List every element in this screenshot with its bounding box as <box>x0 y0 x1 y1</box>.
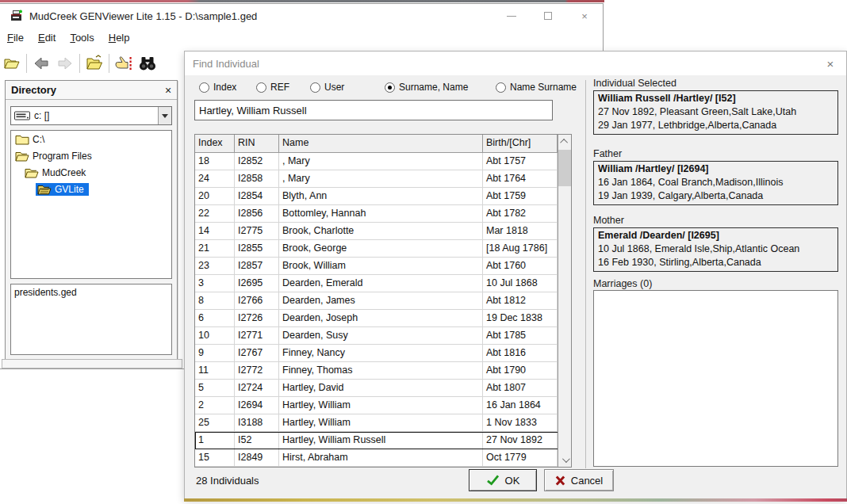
radio-surname-name[interactable]: Surname, Name <box>385 82 468 93</box>
table-cell: I2775 <box>235 223 279 240</box>
table-row[interactable]: 24I2858, MaryAbt 1764 <box>195 170 571 188</box>
results-table-body: 18I2852, MaryAbt 175724I2858, MaryAbt 17… <box>195 153 571 467</box>
search-input[interactable] <box>194 100 553 120</box>
directory-close-icon[interactable]: × <box>159 84 177 97</box>
menu-help[interactable]: Help <box>102 29 137 46</box>
scroll-down-icon[interactable] <box>558 453 571 467</box>
table-row[interactable]: 15I2849Hirst, AbrahamOct 1779 <box>195 449 571 467</box>
menu-file[interactable]: File <box>0 29 31 46</box>
menu-tools[interactable]: Tools <box>63 29 101 46</box>
table-cell: I2694 <box>235 397 279 414</box>
minimize-icon[interactable] <box>493 4 530 28</box>
radio-user[interactable]: User <box>310 82 344 93</box>
table-row[interactable]: 10I2771Dearden, SusyAbt 1785 <box>195 327 571 345</box>
table-row[interactable]: 25I3188Hartley, William1 Nov 1833 <box>195 414 571 432</box>
dialog-close-icon[interactable]: × <box>814 57 846 71</box>
menubar: File Edit Tools Help <box>0 28 136 47</box>
toolbar-separator <box>79 54 80 73</box>
open-folder-icon[interactable] <box>82 52 106 75</box>
menu-edit[interactable]: Edit <box>31 29 63 46</box>
close-icon[interactable]: × <box>566 4 603 28</box>
tree-item-mudcreek[interactable]: MudCreek <box>11 164 171 181</box>
column-header-name[interactable]: Name <box>279 135 483 153</box>
individual-birth: 27 Nov 1892, Pleasant Green,Salt Lake,Ut… <box>598 105 834 119</box>
table-row[interactable]: 21I2855Brook, George[18 Aug 1786] <box>195 240 571 258</box>
radio-circle <box>385 82 395 93</box>
table-row[interactable]: 11I2772Finney, ThomasAbt 1790 <box>195 362 571 380</box>
column-header-birth[interactable]: Birth/[Chr] <box>483 135 558 153</box>
table-cell: Abt 1785 <box>483 327 558 345</box>
scroll-up-icon[interactable] <box>558 135 571 148</box>
table-cell: I2857 <box>235 258 279 275</box>
tree-item-c-drive[interactable]: C:\ <box>11 131 171 147</box>
toolbar <box>0 47 159 80</box>
column-header-index[interactable]: Index <box>195 135 235 153</box>
table-cell: Abt 1816 <box>483 345 558 362</box>
table-row[interactable]: 22I2856Bottomley, HannahAbt 1782 <box>195 205 571 223</box>
table-cell: Dearden, Susy <box>279 327 483 345</box>
table-cell: 15 <box>195 449 235 467</box>
open-folder-icon <box>37 184 52 195</box>
mother-birth: 10 Jul 1868, Emerald Isle,Ship,Atlantic … <box>598 242 834 256</box>
main-statusbar <box>2 359 182 368</box>
radio-circle <box>199 82 209 93</box>
dialog-title: Find Individual <box>193 58 814 70</box>
goto-individual-icon[interactable] <box>112 52 136 75</box>
table-cell: I2767 <box>235 345 279 362</box>
radio-ref[interactable]: REF <box>256 82 289 93</box>
table-row[interactable]: 2I2694Hartley, William16 Jan 1864 <box>195 397 571 414</box>
table-row[interactable]: 8I2766Dearden, JamesAbt 1812 <box>195 292 571 310</box>
table-cell: I52 <box>235 432 279 449</box>
table-cell: Abt 1812 <box>483 292 558 310</box>
scrollbar-thumb[interactable] <box>558 150 571 186</box>
table-cell: 11 <box>195 362 235 380</box>
open-file-icon[interactable] <box>0 52 24 75</box>
table-cell: Oct 1779 <box>483 449 558 467</box>
drive-selector[interactable]: c: [] <box>10 106 172 125</box>
table-cell: I2726 <box>235 310 279 327</box>
table-row[interactable]: 20I2854Blyth, AnnAbt 1759 <box>195 188 571 205</box>
mother-label: Mother <box>593 215 624 226</box>
marriages-label: Marriages (0) <box>593 278 652 289</box>
individual-selected-box: William Russell /Hartley/ [I52] 27 Nov 1… <box>593 90 838 135</box>
table-row[interactable]: 14I2775Brook, CharlotteMar 1818 <box>195 223 571 240</box>
table-cell: 25 <box>195 414 235 432</box>
column-header-rin[interactable]: RIN <box>235 135 279 153</box>
tree-item-program-files[interactable]: Program Files <box>11 147 171 164</box>
radio-circle <box>496 82 506 93</box>
cancel-button[interactable]: Cancel <box>544 469 614 491</box>
file-item[interactable]: presidents.ged <box>11 284 171 298</box>
screenshot-root: MudCreek GENViewer Lite 1.15 - D:\sample… <box>0 0 847 504</box>
table-scrollbar[interactable] <box>558 135 571 467</box>
back-icon[interactable] <box>29 52 53 75</box>
table-cell: , Mary <box>279 170 483 188</box>
table-cell: I2858 <box>235 170 279 188</box>
table-row[interactable]: 5I2724Hartley, DavidAbt 1807 <box>195 380 571 397</box>
radio-index[interactable]: Index <box>199 82 236 93</box>
table-row[interactable]: 23I2857Brook, WilliamAbt 1760 <box>195 258 571 275</box>
table-row[interactable]: 18I2852, MaryAbt 1757 <box>195 153 571 170</box>
table-cell: 8 <box>195 292 235 310</box>
table-cell: Abt 1790 <box>483 362 558 380</box>
table-cell: 3 <box>195 275 235 292</box>
find-icon[interactable] <box>136 52 159 75</box>
forward-icon[interactable] <box>53 52 77 75</box>
mother-death: 16 Feb 1930, Stirling,Alberta,Canada <box>598 256 834 269</box>
table-row[interactable]: 6I2726Dearden, Joseph19 Dec 1838 <box>195 310 571 327</box>
table-cell: 14 <box>195 223 235 240</box>
individual-count: 28 Individuals <box>196 475 259 487</box>
table-row[interactable]: 9I2767Finney, NancyAbt 1816 <box>195 345 571 362</box>
table-cell: I2724 <box>235 380 279 397</box>
table-cell: I2766 <box>235 292 279 310</box>
table-cell: Abt 1782 <box>483 205 558 223</box>
table-cell: Hartley, William <box>279 397 483 414</box>
table-cell: I2852 <box>235 153 279 170</box>
drive-dropdown-button[interactable] <box>158 107 171 124</box>
table-row[interactable]: 3I2695Dearden, Emerald10 Jul 1868 <box>195 275 571 292</box>
radio-name-surname[interactable]: Name Surname <box>496 82 577 93</box>
tree-item-gvlite[interactable]: GVLite <box>11 181 171 197</box>
dialog-titlebar: Find Individual × <box>185 52 846 75</box>
ok-button[interactable]: OK <box>469 469 537 491</box>
maximize-icon[interactable] <box>530 4 566 28</box>
table-row[interactable]: 1I52Hartley, William Russell27 Nov 1892 <box>195 432 571 449</box>
